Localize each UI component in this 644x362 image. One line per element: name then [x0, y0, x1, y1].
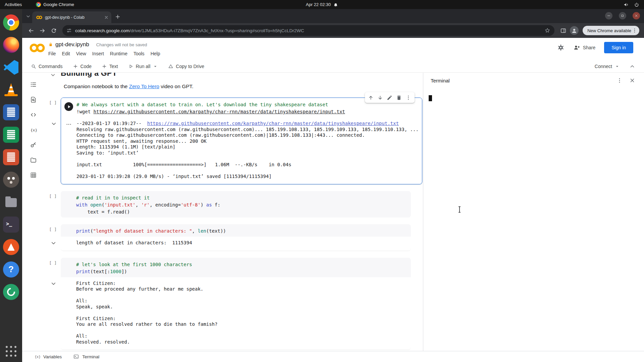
- output-options-icon[interactable]: [66, 121, 72, 127]
- save-status[interactable]: Changes will not be saved: [96, 42, 147, 47]
- caret-down-icon[interactable]: [614, 64, 620, 69]
- cell-code[interactable]: # let's look at the first 1000 character…: [76, 260, 408, 275]
- sign-in-button[interactable]: Sign in: [604, 42, 633, 53]
- dock-writer-icon[interactable]: [3, 104, 19, 120]
- notebook-title[interactable]: gpt-dev.ipynb: [55, 41, 89, 48]
- profile-avatar[interactable]: [570, 26, 579, 35]
- site-info-icon[interactable]: [66, 28, 72, 33]
- collapse-header-icon[interactable]: [629, 63, 635, 69]
- window-minimize-button[interactable]: [605, 12, 612, 19]
- files-icon[interactable]: [28, 154, 39, 166]
- notebook-scroll-area[interactable]: Building a GPT Companion notebook to the…: [44, 73, 423, 351]
- more-cell-button[interactable]: [404, 93, 413, 102]
- dock-help-icon[interactable]: [3, 261, 19, 278]
- add-text-button[interactable]: Text: [102, 64, 118, 69]
- menu-runtime[interactable]: Runtime: [107, 50, 130, 57]
- address-bar[interactable]: colab.research.google.com/drive/1JMLa53H…: [62, 25, 554, 36]
- back-button[interactable]: [26, 26, 36, 35]
- power-icon[interactable]: [634, 2, 639, 7]
- cell-card[interactable]: # read it in to inspect itwith open('inp…: [61, 191, 411, 218]
- execution-indicator[interactable]: [ ]: [49, 227, 57, 251]
- forward-button[interactable]: [38, 26, 47, 35]
- intro-text: Companion notebook to the: [64, 83, 129, 89]
- caret-down-icon[interactable]: [153, 64, 158, 69]
- window-close-button[interactable]: [633, 12, 640, 19]
- output-collapse-icon[interactable]: [50, 281, 57, 287]
- bookmark-star-icon[interactable]: [544, 27, 550, 34]
- cell-code[interactable]: # read it in to inspect itwith open('inp…: [76, 193, 408, 216]
- chrome-update-button[interactable]: New Chrome available: [583, 26, 639, 35]
- colab-logo[interactable]: [30, 43, 45, 53]
- dock-vscode-icon[interactable]: [3, 59, 19, 75]
- side-panel-button[interactable]: [558, 26, 568, 35]
- dock-updater-icon[interactable]: [3, 284, 19, 300]
- variables-icon[interactable]: {x}: [28, 124, 39, 135]
- terminal-body[interactable]: [423, 88, 644, 351]
- menu-tools[interactable]: Tools: [130, 50, 148, 57]
- dock-files-icon[interactable]: [3, 194, 19, 210]
- dock-impress-icon[interactable]: [3, 149, 19, 165]
- reload-button[interactable]: [49, 26, 58, 35]
- volume-icon[interactable]: [624, 2, 629, 7]
- execution-indicator[interactable]: [ ]: [49, 260, 57, 350]
- lock-icon: [48, 42, 53, 47]
- connect-button[interactable]: Connect: [595, 64, 620, 69]
- execution-indicator[interactable]: [ ]: [49, 194, 57, 218]
- dock-vlc-icon[interactable]: [3, 82, 19, 98]
- browser-tab[interactable]: gpt-dev.ipynb - Colab: [32, 11, 111, 23]
- run-all-button[interactable]: Run all: [128, 64, 158, 69]
- url-text[interactable]: colab.research.google.com/drive/1JMLa53H…: [75, 28, 541, 33]
- chrome-menu-icon[interactable]: [632, 28, 637, 33]
- focused-app-indicator[interactable]: Google Chrome: [36, 2, 74, 7]
- edit-cell-button[interactable]: [385, 93, 394, 102]
- section-collapse-icon[interactable]: [50, 73, 56, 78]
- dock-chrome-icon[interactable]: [3, 14, 19, 31]
- find-replace-icon[interactable]: [28, 94, 39, 105]
- toc-icon[interactable]: [28, 79, 39, 90]
- terminal-close-icon[interactable]: [629, 77, 635, 83]
- dock-gimp-icon[interactable]: [3, 172, 19, 188]
- output-collapse-icon[interactable]: [50, 240, 57, 246]
- secrets-icon[interactable]: [28, 139, 39, 150]
- tab-close-icon[interactable]: [104, 15, 109, 20]
- settings-gear-icon[interactable]: [557, 44, 565, 51]
- cell-card[interactable]: # let's look at the first 1000 character…: [61, 258, 411, 350]
- add-code-button[interactable]: Code: [73, 64, 92, 69]
- show-applications-button[interactable]: [4, 345, 18, 358]
- terminal-menu-icon[interactable]: [616, 77, 623, 83]
- table-icon[interactable]: [28, 169, 39, 181]
- cell-output: First Citizen:Before we proceed any furt…: [61, 277, 411, 350]
- menu-file[interactable]: File: [45, 50, 59, 57]
- move-down-cell-button[interactable]: [376, 93, 385, 102]
- share-button[interactable]: Share: [573, 44, 595, 51]
- cell-card[interactable]: # We always start with a dataset to trai…: [61, 98, 422, 184]
- dock-calc-icon[interactable]: [3, 127, 19, 143]
- terminal-footer-button[interactable]: Terminal: [73, 354, 99, 360]
- clock-button[interactable]: Apr 22 02:30: [306, 0, 338, 9]
- commands-button[interactable]: Commands: [31, 64, 63, 69]
- run-cell-button[interactable]: [64, 102, 73, 111]
- menu-insert[interactable]: Insert: [89, 50, 107, 57]
- tab-search-icon[interactable]: [25, 14, 31, 19]
- variables-button[interactable]: {x} Variables: [34, 354, 62, 360]
- dock-firefox-icon[interactable]: [3, 37, 19, 53]
- activities-button[interactable]: Activities: [0, 0, 26, 9]
- zero-to-hero-link[interactable]: Zero To Hero: [129, 83, 159, 89]
- menu-edit[interactable]: Edit: [59, 50, 73, 57]
- output-text: length of dataset in characters: 1115394: [76, 240, 408, 246]
- code-snippets-icon[interactable]: [28, 109, 39, 120]
- delete-cell-button[interactable]: [395, 93, 404, 102]
- menu-help[interactable]: Help: [148, 50, 163, 57]
- new-tab-button[interactable]: [115, 14, 121, 20]
- copy-to-drive-button[interactable]: Copy to Drive: [168, 64, 204, 69]
- svg-text:{x}: {x}: [30, 127, 37, 132]
- cell-card[interactable]: print("length of dataset in characters: …: [61, 224, 411, 251]
- output-collapse-icon[interactable]: [51, 121, 57, 127]
- window-maximize-button[interactable]: [619, 12, 626, 19]
- move-up-cell-button[interactable]: [367, 93, 375, 102]
- dock-terminal-icon[interactable]: [3, 217, 19, 233]
- dock-software-icon[interactable]: [3, 239, 19, 255]
- cell-code[interactable]: print("length of dataset in characters: …: [76, 226, 408, 235]
- menu-view[interactable]: View: [73, 50, 89, 57]
- execution-indicator[interactable]: [ ]: [49, 100, 57, 184]
